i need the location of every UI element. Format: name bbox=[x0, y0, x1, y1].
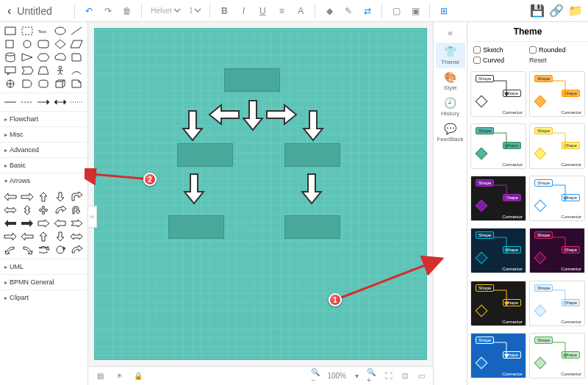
shape-cylinder[interactable] bbox=[3, 51, 18, 63]
arrow-right[interactable] bbox=[20, 191, 35, 203]
shape-square[interactable] bbox=[3, 38, 18, 50]
undo-button[interactable]: ↶ bbox=[81, 3, 97, 19]
theme-card[interactable]: ShapeShapeConnector bbox=[470, 71, 526, 117]
reset-button[interactable]: Reset bbox=[529, 57, 582, 64]
tool-style[interactable]: 🎨Style bbox=[436, 68, 465, 94]
theme-card[interactable]: ShapeShapeConnector bbox=[529, 123, 585, 169]
cat-arrows[interactable]: Arrows bbox=[0, 173, 87, 188]
arrow-u[interactable] bbox=[69, 204, 84, 216]
canvas[interactable]: 2 1 bbox=[94, 28, 427, 360]
line-dot[interactable] bbox=[69, 96, 84, 108]
diagram-node[interactable] bbox=[284, 143, 340, 167]
tool-history[interactable]: 🕘History bbox=[436, 94, 465, 120]
shape-db[interactable] bbox=[36, 78, 51, 90]
arrow-bidi-v[interactable] bbox=[20, 204, 35, 216]
shape-triangle[interactable] bbox=[20, 51, 35, 63]
shape-and[interactable] bbox=[20, 78, 35, 90]
shape-rect-dash[interactable] bbox=[20, 25, 35, 37]
cat-basic[interactable]: Basic bbox=[0, 157, 87, 173]
arrow-turn[interactable] bbox=[69, 191, 84, 203]
zoom-out-icon[interactable]: 🔍− bbox=[311, 370, 323, 382]
size-select[interactable]: 12 bbox=[186, 6, 204, 15]
arrow-l2[interactable] bbox=[3, 217, 18, 229]
rounded-checkbox[interactable]: Rounded bbox=[529, 46, 582, 54]
shape-doc[interactable] bbox=[69, 51, 84, 63]
redo-button[interactable]: ↷ bbox=[100, 3, 116, 19]
shape-line[interactable] bbox=[69, 25, 84, 37]
send-back-button[interactable]: ▢ bbox=[388, 3, 404, 19]
folder-icon[interactable]: 📁 bbox=[567, 3, 584, 19]
theme-card[interactable]: ShapeShapeConnector bbox=[529, 281, 585, 326]
shape-cube[interactable] bbox=[53, 78, 68, 90]
text-color-button[interactable]: A bbox=[293, 3, 309, 19]
save-icon[interactable]: 💾 bbox=[529, 3, 545, 19]
theme-card[interactable]: ShapeShapeConnector bbox=[470, 333, 526, 378]
cat-clipart[interactable]: Clipart bbox=[0, 289, 87, 305]
theme-card[interactable]: ShapeShapeConnector bbox=[529, 71, 585, 117]
theme-card[interactable]: ShapeShapeConnector bbox=[529, 333, 585, 378]
line-dash[interactable] bbox=[20, 96, 35, 108]
arrow-down-shape[interactable] bbox=[301, 173, 323, 205]
arrow-bidi-h[interactable] bbox=[3, 204, 18, 216]
fill-button[interactable]: ◆ bbox=[321, 3, 337, 19]
theme-card[interactable]: ShapeShapeConnector bbox=[529, 176, 585, 221]
underline-button[interactable]: U bbox=[254, 3, 270, 19]
arrow-t4[interactable] bbox=[53, 231, 68, 242]
shape-actor[interactable] bbox=[53, 65, 68, 76]
zoom-in-icon[interactable]: 🔍+ bbox=[367, 370, 379, 382]
cat-uml[interactable]: UML bbox=[0, 259, 87, 274]
arrow-block-l[interactable] bbox=[53, 217, 68, 229]
theme-card[interactable]: ShapeShapeConnector bbox=[470, 228, 526, 273]
arrow-c3[interactable] bbox=[36, 244, 51, 256]
arrow-down-shape[interactable] bbox=[242, 99, 264, 132]
diagram-node[interactable] bbox=[168, 215, 224, 239]
line-arrow[interactable] bbox=[36, 96, 51, 108]
arrow-notch[interactable] bbox=[69, 217, 84, 229]
fullscreen-icon[interactable]: ⊡ bbox=[399, 370, 411, 382]
shape-circle[interactable] bbox=[20, 38, 35, 50]
font-select[interactable]: Helvetica bbox=[148, 6, 183, 15]
cat-flowchart[interactable]: Flowchart bbox=[0, 111, 87, 126]
arrow-left[interactable] bbox=[3, 191, 18, 203]
arrow-block-r[interactable] bbox=[36, 217, 51, 229]
delete-button[interactable]: 🗑 bbox=[119, 3, 135, 19]
arrow-c4[interactable] bbox=[53, 244, 68, 256]
arrow-down-shape[interactable] bbox=[302, 109, 324, 142]
cat-advanced[interactable]: Advanced bbox=[0, 142, 87, 157]
arrow-c1[interactable] bbox=[3, 244, 18, 256]
bring-front-button[interactable]: ▣ bbox=[407, 3, 423, 19]
back-button[interactable]: ‹ bbox=[4, 4, 14, 18]
arrow-up[interactable] bbox=[36, 191, 51, 203]
cat-bpmn[interactable]: BPMN General bbox=[0, 274, 87, 289]
bold-button[interactable]: B bbox=[216, 3, 232, 19]
line-button[interactable]: ✎ bbox=[340, 3, 356, 19]
theme-card[interactable]: ShapeShapeConnector bbox=[529, 228, 585, 273]
toolcol-collapse[interactable]: « bbox=[434, 25, 467, 41]
fit-icon[interactable]: ⛶ bbox=[383, 370, 395, 382]
grid-button[interactable]: ⊞ bbox=[436, 3, 452, 19]
shape-text[interactable]: Text bbox=[36, 25, 51, 37]
zoom-dropdown-icon[interactable]: ▾ bbox=[351, 370, 362, 382]
sidebar-collapse[interactable]: ‹‹ bbox=[88, 206, 97, 228]
diagram-node[interactable] bbox=[224, 68, 280, 92]
arrow-c5[interactable] bbox=[69, 244, 84, 256]
sketch-checkbox[interactable]: Sketch bbox=[473, 46, 526, 54]
diagram-node[interactable] bbox=[284, 215, 340, 239]
shape-or[interactable] bbox=[3, 78, 18, 90]
align-button[interactable]: ≡ bbox=[273, 3, 290, 19]
shape-diamond[interactable] bbox=[53, 38, 68, 50]
arrow-down-shape[interactable] bbox=[182, 109, 204, 142]
curved-checkbox[interactable]: Curved bbox=[473, 57, 526, 64]
shape-hex[interactable] bbox=[36, 51, 51, 63]
line-solid[interactable] bbox=[3, 96, 18, 108]
line-biarrow[interactable] bbox=[53, 96, 68, 108]
cat-misc[interactable]: Misc bbox=[0, 126, 87, 142]
shape-roundrect[interactable] bbox=[36, 38, 51, 50]
diagram-node[interactable] bbox=[177, 143, 233, 167]
arrow-curve[interactable] bbox=[53, 204, 68, 216]
arrow-t3[interactable] bbox=[36, 231, 51, 242]
theme-card[interactable]: ShapeShapeConnector bbox=[470, 176, 526, 221]
tool-feedback[interactable]: 💬FeedBack bbox=[436, 120, 465, 145]
arrow-right-shape[interactable] bbox=[265, 104, 298, 126]
theme-card[interactable]: ShapeShapeConnector bbox=[470, 123, 526, 169]
